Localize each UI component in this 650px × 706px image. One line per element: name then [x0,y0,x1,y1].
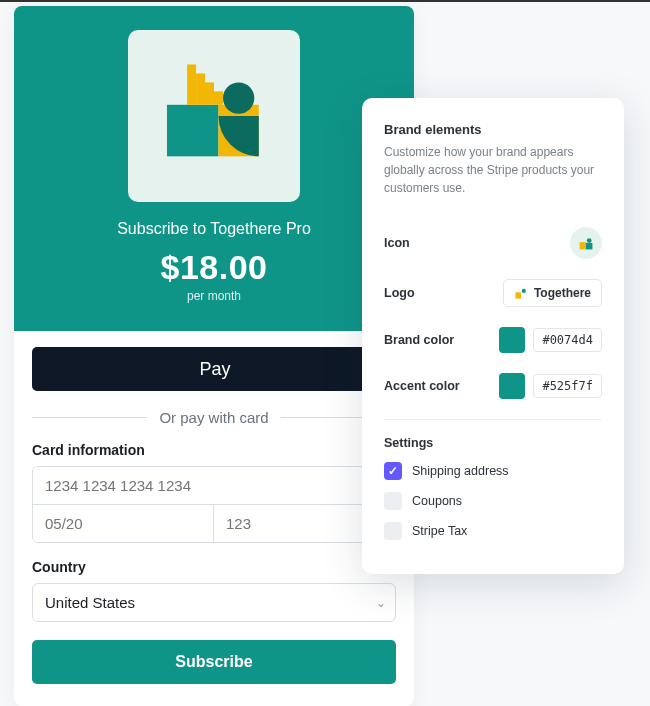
setting-stripe-tax: Stripe Tax [384,522,602,540]
togethere-logo-icon [158,60,270,172]
panel-divider [384,419,602,420]
brand-color-label: Brand color [384,333,454,347]
checkout-hero: Subscribe to Togethere Pro $18.00 per mo… [14,6,414,331]
svg-rect-4 [196,73,205,104]
accent-color-value[interactable]: #525f7f [533,374,602,398]
icon-row: Icon [384,227,602,259]
svg-rect-10 [515,292,521,298]
icon-label: Icon [384,236,410,250]
logo-label: Logo [384,286,415,300]
card-info-label: Card information [32,442,396,458]
panel-title: Brand elements [384,122,602,137]
setting-shipping-address: Shipping address [384,462,602,480]
svg-rect-3 [187,64,196,104]
brand-logo-preview[interactable]: Togethere [503,279,602,307]
checkbox-coupons[interactable] [384,492,402,510]
country-label: Country [32,559,396,575]
card-input-group [32,466,396,543]
billing-period: per month [34,289,394,303]
checkout-card: Subscribe to Togethere Pro $18.00 per mo… [14,6,414,706]
divider-text: Or pay with card [159,409,268,426]
apple-pay-label: Pay [199,359,230,380]
svg-rect-9 [586,243,592,249]
apple-pay-button[interactable]: Pay [32,347,396,391]
card-number-input[interactable] [33,467,395,504]
country-select-wrap: United States ⌄ [32,583,396,622]
subscribe-title: Subscribe to Togethere Pro [34,220,394,238]
checkbox-shipping[interactable] [384,462,402,480]
settings-heading: Settings [384,436,602,450]
setting-label: Coupons [412,494,462,508]
card-expiry-input[interactable] [33,505,214,542]
pay-divider: Or pay with card [32,409,396,426]
togethere-mini-icon [578,235,594,251]
svg-point-11 [522,289,526,293]
brand-icon-preview[interactable] [570,227,602,259]
accent-color-swatch[interactable] [499,373,525,399]
brand-color-row: Brand color #0074d4 [384,327,602,353]
brand-settings-panel: Brand elements Customize how your brand … [362,98,624,574]
svg-rect-5 [205,82,214,104]
panel-description: Customize how your brand appears globall… [384,143,602,197]
accent-color-label: Accent color [384,379,460,393]
logo-text: Togethere [534,286,591,300]
setting-coupons: Coupons [384,492,602,510]
svg-point-8 [587,238,592,243]
product-logo [128,30,300,202]
svg-rect-7 [580,242,586,249]
country-select[interactable]: United States [32,583,396,622]
price: $18.00 [34,248,394,287]
subscribe-button[interactable]: Subscribe [32,640,396,684]
brand-color-swatch[interactable] [499,327,525,353]
divider-line [32,417,147,418]
brand-color-value[interactable]: #0074d4 [533,328,602,352]
svg-point-2 [223,82,254,113]
checkbox-stripe-tax[interactable] [384,522,402,540]
svg-rect-0 [167,105,219,157]
accent-color-row: Accent color #525f7f [384,373,602,399]
setting-label: Shipping address [412,464,509,478]
togethere-mini-icon [514,286,528,300]
setting-label: Stripe Tax [412,524,467,538]
checkout-body: Pay Or pay with card Card information Co… [14,331,414,702]
logo-row: Logo Togethere [384,279,602,307]
svg-rect-6 [214,91,223,104]
